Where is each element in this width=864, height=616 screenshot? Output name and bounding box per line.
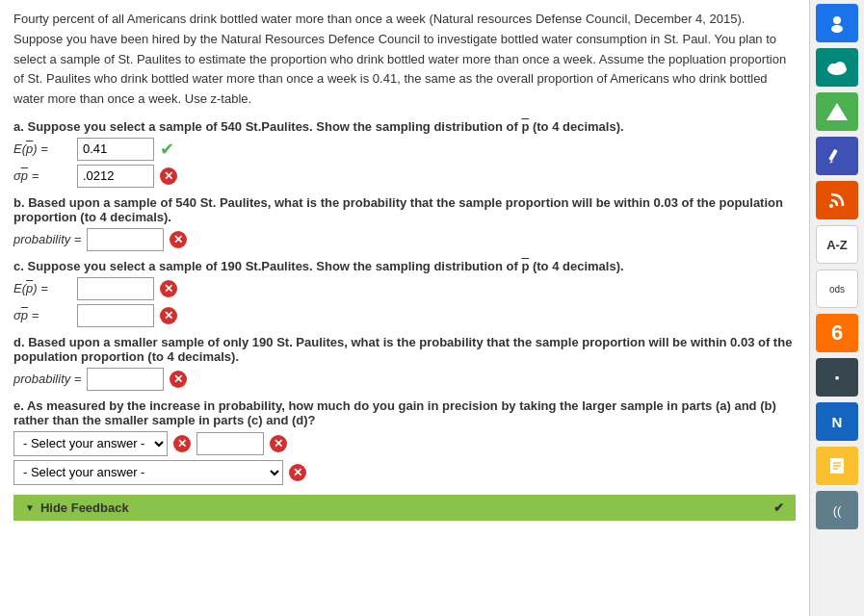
sidebar-az-icon[interactable]: A-Z xyxy=(816,225,858,264)
part-b-prob-row: probability = ✕ xyxy=(13,228,796,251)
part-e-select1-row: - Select your answer - More Less ✕ ✕ xyxy=(13,431,796,456)
sigma-error-icon[interactable]: ✕ xyxy=(160,167,177,185)
sidebar-pencil-icon[interactable] xyxy=(816,137,858,175)
part-a-label: a. Suppose you select a sample of 540 St… xyxy=(13,119,796,134)
select2-error-icon[interactable]: ✕ xyxy=(289,464,306,481)
sidebar-box-icon[interactable]: ▪ xyxy=(816,358,858,397)
ep-input[interactable] xyxy=(77,138,154,161)
prob-d-error-icon[interactable]: ✕ xyxy=(170,371,187,388)
select1-input-error-icon[interactable]: ✕ xyxy=(270,435,287,452)
part-a-letter: a. xyxy=(13,119,24,134)
sidebar-n-icon[interactable]: N xyxy=(816,402,858,441)
sidebar-rss-icon[interactable] xyxy=(816,181,858,219)
ep-c-error-icon[interactable]: ✕ xyxy=(160,280,177,297)
hide-feedback-label: Hide Feedback xyxy=(40,500,129,515)
ep-check-icon: ✔ xyxy=(160,139,174,160)
sidebar-note-icon[interactable] xyxy=(816,447,858,485)
prob-b-label: probability = xyxy=(13,232,81,246)
part-c-ep-row: E(p) = ✕ xyxy=(13,277,796,300)
problem-intro: Fourty percent of all Americans drink bo… xyxy=(13,10,796,110)
part-e-select1[interactable]: - Select your answer - More Less xyxy=(13,431,168,456)
sidebar-ods-icon[interactable]: ods xyxy=(816,270,858,308)
sidebar-six-icon[interactable]: 6 xyxy=(816,314,858,352)
part-e-label: e. As measured by the increase in probab… xyxy=(13,398,796,427)
sidebar-calc-icon[interactable]: (( xyxy=(816,491,858,529)
part-b-label: b. Based upon a sample of 540 St. Paulit… xyxy=(13,195,796,224)
part-e-select2-row: - Select your answer - Option 1 Option 2… xyxy=(13,460,796,485)
ep-c-label: E(p) = xyxy=(13,281,71,295)
part-e-letter: e. xyxy=(13,398,24,413)
part-b-letter: b. xyxy=(13,195,25,210)
svg-point-4 xyxy=(834,62,846,73)
part-c-label: c. Suppose you select a sample of 190 St… xyxy=(13,259,796,273)
part-e-text-input[interactable] xyxy=(196,432,264,455)
main-content: Fourty percent of all Americans drink bo… xyxy=(0,0,809,616)
sigma-input[interactable] xyxy=(77,165,154,188)
select1-error-icon[interactable]: ✕ xyxy=(173,435,191,452)
ep-label: E(p) = xyxy=(13,141,71,156)
part-d-letter: d. xyxy=(13,335,25,349)
sigma-label: σp = xyxy=(13,168,71,183)
prob-d-input[interactable] xyxy=(87,368,164,391)
part-d-text: Based upon a smaller sample of only 190 … xyxy=(13,335,792,364)
sidebar-avatar-icon[interactable] xyxy=(816,4,858,42)
part-a-sigma-row: σp = ✕ xyxy=(13,165,796,188)
part-b-text: Based upon a sample of 540 St. Paulites,… xyxy=(13,195,783,224)
part-a-text: Suppose you select a sample of 540 St.Pa… xyxy=(27,119,623,134)
sidebar-cloud-icon[interactable] xyxy=(816,48,858,87)
intro-text: Fourty percent of all Americans drink bo… xyxy=(13,12,786,106)
svg-point-8 xyxy=(829,204,833,208)
part-e-select2[interactable]: - Select your answer - Option 1 Option 2 xyxy=(13,460,283,485)
sigma-c-label: σp = xyxy=(13,308,71,322)
part-c-sigma-row: σp = ✕ xyxy=(13,304,796,327)
svg-rect-6 xyxy=(828,149,837,161)
sidebar-drive-icon[interactable] xyxy=(816,92,858,131)
part-c-letter: c. xyxy=(13,259,24,273)
hide-feedback-chevron: ▼ xyxy=(25,502,35,513)
sigma-c-input[interactable] xyxy=(77,304,154,327)
hide-feedback-check-icon: ✔ xyxy=(773,500,784,515)
prob-d-label: probability = xyxy=(13,372,81,386)
hide-feedback-bar[interactable]: ▼ Hide Feedback ✔ xyxy=(13,495,796,521)
svg-point-1 xyxy=(831,25,843,33)
svg-marker-7 xyxy=(829,161,833,164)
prob-b-input[interactable] xyxy=(87,228,164,251)
part-d-label: d. Based upon a smaller sample of only 1… xyxy=(13,335,796,364)
ep-c-input[interactable] xyxy=(77,277,154,300)
prob-b-error-icon[interactable]: ✕ xyxy=(170,231,187,248)
part-e-text: As measured by the increase in probabili… xyxy=(13,398,776,427)
svg-point-0 xyxy=(833,16,841,24)
part-a-ep-row: E(p) = ✔ xyxy=(13,138,796,161)
svg-marker-5 xyxy=(826,103,848,120)
right-sidebar: A-Z ods 6 ▪ N (( xyxy=(809,0,864,616)
sigma-c-error-icon[interactable]: ✕ xyxy=(160,307,177,324)
part-c-text: Suppose you select a sample of 190 St.Pa… xyxy=(27,259,623,273)
part-d-prob-row: probability = ✕ xyxy=(13,368,796,391)
